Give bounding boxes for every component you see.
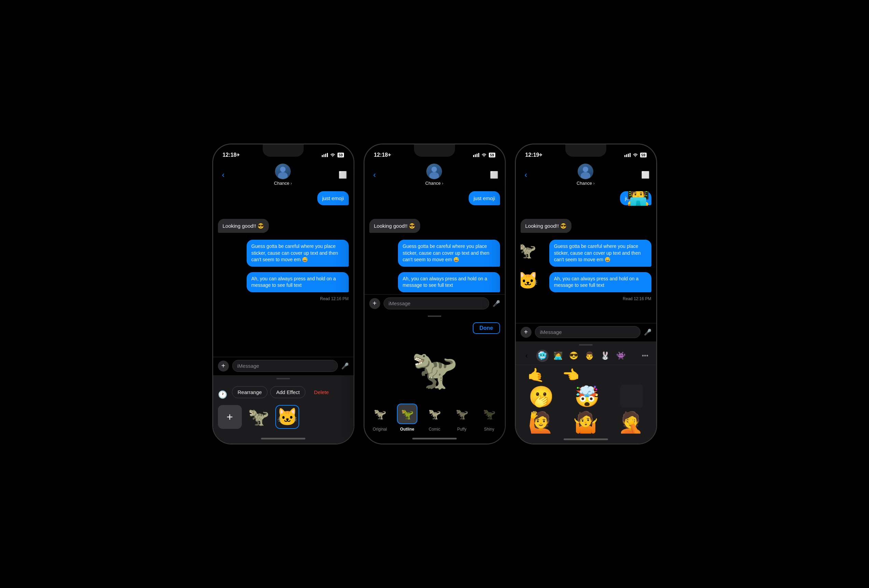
video-call-button-2[interactable]: ⬜ xyxy=(490,171,498,179)
category-face2[interactable]: 😎 xyxy=(568,350,580,362)
messages-area-1: just emoji 🎸 Looking good!! 😎 xyxy=(213,188,353,357)
rearrange-button[interactable]: Rearrange xyxy=(232,386,268,398)
emoji-cell[interactable]: 👈 xyxy=(562,367,579,383)
effect-option-original[interactable]: 🦖 Original xyxy=(369,404,390,432)
emoji-cell[interactable]: 🫢 xyxy=(528,385,554,409)
home-bar xyxy=(261,438,305,440)
add-effect-button[interactable]: Add Effect xyxy=(270,386,305,398)
effect-option-comic[interactable]: 🦖 Comic xyxy=(424,404,445,432)
category-person-glasses[interactable]: 🧑‍💻 xyxy=(552,350,564,362)
message-text: Guess gotta be careful where you place s… xyxy=(403,243,489,262)
effect-shiny-label: Shiny xyxy=(484,427,494,432)
add-button-2[interactable]: + xyxy=(369,298,380,309)
emoji-cell[interactable]: 🤦 xyxy=(618,410,644,434)
svg-rect-8 xyxy=(624,155,626,157)
message-bubble[interactable]: Ah, you can always press and hold on a m… xyxy=(398,272,500,292)
message-bubble[interactable]: Ah, you can always press and hold on a m… xyxy=(247,272,349,292)
message-text: Looking good!! 😎 xyxy=(223,223,264,229)
category-alien[interactable]: 👾 xyxy=(615,350,627,362)
message-row: Guess gotta be careful where you place s… xyxy=(369,240,500,270)
contact-name-2: Chance xyxy=(425,181,443,186)
message-text: just emoji xyxy=(473,196,495,201)
battery-container: 59 xyxy=(338,153,344,157)
effect-option-outline[interactable]: 🦖 Outline xyxy=(397,404,417,432)
emoji-cell[interactable]: 🙋 xyxy=(528,410,554,434)
dinosaur-sticker: 🦖 xyxy=(248,407,269,427)
message-text: Guess gotta be careful where you place s… xyxy=(251,243,338,262)
message-input-2[interactable]: iMessage xyxy=(384,298,489,310)
avatar-1 xyxy=(275,164,291,179)
sticker-cat[interactable]: 🐱 xyxy=(275,405,299,429)
message-bubble[interactable]: Looking good!! 😎 xyxy=(521,219,572,233)
svg-rect-10 xyxy=(628,154,629,157)
message-row: 🐱 Ah, you can always press and hold on a… xyxy=(521,272,651,295)
message-input-1[interactable]: iMessage xyxy=(232,360,338,372)
category-face-blue[interactable]: 🥶 xyxy=(536,350,549,362)
contact-info-3[interactable]: Chance xyxy=(577,164,595,186)
home-bar-2 xyxy=(412,438,457,440)
message-bubble[interactable]: just emoji 🎸 xyxy=(317,191,348,205)
effect-option-shiny[interactable]: 🦖 Shiny xyxy=(479,404,500,432)
svg-rect-5 xyxy=(475,154,476,157)
mic-icon-3[interactable]: 🎤 xyxy=(644,329,651,336)
category-person-male[interactable]: 👨 xyxy=(583,350,596,362)
contact-name-1: Chance xyxy=(274,181,292,186)
signal-icon-3 xyxy=(624,153,630,157)
back-button-1[interactable]: ‹ xyxy=(219,169,227,181)
dino-sticker-msg: 🦖 xyxy=(521,241,536,259)
message-row: Looking good!! 😎 xyxy=(521,219,651,235)
delete-button[interactable]: Delete xyxy=(308,386,334,398)
nav-header-1: ‹ Chance ⬜ xyxy=(213,162,353,188)
message-bubble[interactable]: Ah, you can always press and hold on a m… xyxy=(549,272,651,292)
dino-comic: 🦖 xyxy=(429,408,441,420)
sticker-tray-header: 🕐 Rearrange Add Effect Delete xyxy=(218,386,349,403)
back-button-2[interactable]: ‹ xyxy=(371,169,379,181)
add-button-1[interactable]: + xyxy=(218,361,229,372)
video-call-button-3[interactable]: ⬜ xyxy=(641,171,650,179)
effect-option-puffy[interactable]: 🦖 Puffy xyxy=(452,404,472,432)
message-bubble[interactable]: Guess gotta be careful where you place s… xyxy=(398,240,500,267)
effect-puffy-label: Puffy xyxy=(457,427,466,432)
add-button-3[interactable]: + xyxy=(521,327,531,338)
add-sticker-button[interactable]: + xyxy=(218,405,242,429)
phones-container: 12:18 ✈ xyxy=(206,130,664,458)
signal-icon xyxy=(322,153,328,157)
message-row: Ah, you can always press and hold on a m… xyxy=(218,272,349,295)
message-bubble[interactable]: Guess gotta be careful where you place s… xyxy=(247,240,349,267)
effect-comic-thumb: 🦖 xyxy=(424,404,445,424)
effect-shiny-thumb: 🦖 xyxy=(479,404,500,424)
back-category-button[interactable]: ‹ xyxy=(521,350,533,362)
contact-info-2[interactable]: Chance xyxy=(425,164,443,186)
message-text: Guess gotta be careful where you place s… xyxy=(554,243,641,262)
wifi-icon xyxy=(330,153,335,157)
history-icon[interactable]: 🕐 xyxy=(218,390,227,399)
effect-puffy-thumb: 🦖 xyxy=(452,404,472,424)
message-input-3[interactable]: iMessage xyxy=(535,326,641,338)
category-bunny[interactable]: 🐰 xyxy=(599,350,611,362)
video-call-button-1[interactable]: ⬜ xyxy=(338,171,347,179)
sticker-dino[interactable]: 🦖 xyxy=(247,405,271,429)
message-bubble[interactable]: Looking good!! 😎 xyxy=(369,219,421,233)
emoji-cell[interactable]: 🤙 xyxy=(527,367,544,383)
done-button[interactable]: Done xyxy=(473,322,500,334)
sticker-row: + 🦖 🐱 xyxy=(218,403,349,431)
svg-rect-2 xyxy=(325,154,326,157)
message-bubble[interactable]: just emoji 🎸 xyxy=(469,191,500,205)
sticker-tray-1: 🕐 Rearrange Add Effect Delete + 🦖 xyxy=(213,382,353,435)
message-bubble[interactable]: Guess gotta be careful where you place s… xyxy=(549,240,651,267)
back-button-3[interactable]: ‹ xyxy=(522,169,530,181)
message-row: Looking good!! 😎 xyxy=(369,219,500,235)
emoji-cell[interactable]: 🤷 xyxy=(573,410,598,434)
mic-icon-2[interactable]: 🎤 xyxy=(492,300,500,307)
home-indicator-1 xyxy=(213,435,353,444)
cat-sticker-msg: 🐱 xyxy=(521,272,538,290)
more-categories-button[interactable]: ••• xyxy=(639,350,651,362)
sticker-toolbar: Rearrange Add Effect Delete xyxy=(232,386,335,398)
message-bubble[interactable]: Looking good!! 😎 xyxy=(218,219,269,233)
contact-info-1[interactable]: Chance xyxy=(274,164,292,186)
effect-preview: 🦖 xyxy=(365,339,505,400)
emoji-cell[interactable]: 🤯 xyxy=(574,385,600,409)
emoji-row-2: 🫢 🤯 xyxy=(519,385,653,409)
mic-icon-1[interactable]: 🎤 xyxy=(341,362,349,370)
read-receipt-1: Read 12:16 PM xyxy=(218,296,349,301)
